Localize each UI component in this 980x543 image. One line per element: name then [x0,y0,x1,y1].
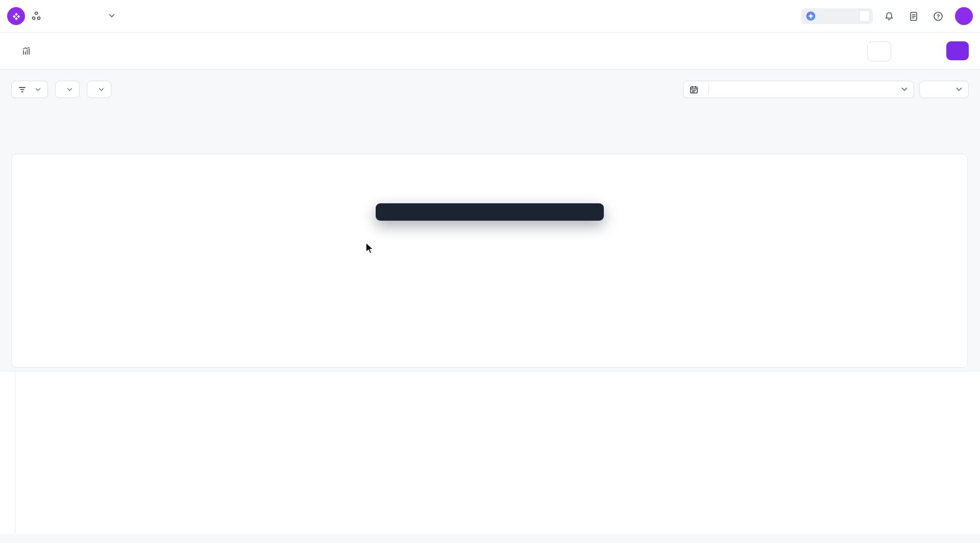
chevron-down-icon [956,87,962,91]
breadcrumb-bar [0,33,980,69]
org-structure-icon [32,11,41,20]
financial-planning-page: ? [0,0,980,543]
bell-icon [884,11,895,22]
filter-bar [11,81,111,98]
divider [708,84,709,95]
document-icon [908,11,919,22]
breadcrumb [11,33,35,69]
commitment-chart[interactable] [12,154,968,368]
top-nav: ? [0,0,980,33]
explore-compass-icon [806,11,816,21]
user-avatar[interactable] [955,7,973,25]
chevron-down-icon [99,88,104,91]
save-as-new-button[interactable] [946,41,969,60]
help-button[interactable]: ? [932,10,945,23]
chevron-down-icon [901,87,908,91]
chevron-down-icon [67,88,72,91]
charge-type-table[interactable] [0,371,980,534]
chart-tooltip [376,203,604,221]
granularity-dropdown[interactable] [919,81,969,98]
group-by-dropdown[interactable] [55,81,80,98]
chevron-down-icon [109,14,115,18]
chart-card [11,154,968,368]
report-chart-icon [21,46,31,56]
filters-button[interactable] [11,81,48,98]
table-grid [15,371,980,534]
docs-button[interactable] [907,10,920,23]
calendar-icon [690,85,698,94]
chevron-down-icon [35,88,41,91]
svg-text:?: ? [937,14,940,19]
slash-shortcut-key [859,10,870,22]
cost-basis-dropdown[interactable] [87,81,111,98]
filter-lines-icon [18,86,26,93]
notifications-button[interactable] [883,10,896,23]
date-range-picker[interactable] [683,81,914,98]
brand-logo-icon[interactable] [7,7,25,25]
question-circle-icon: ? [933,11,944,22]
mouse-cursor [365,242,377,255]
page-title [21,46,35,56]
diamond-cluster-icon [11,11,22,22]
explore-search[interactable] [801,8,873,24]
more-actions-button[interactable] [867,41,891,61]
